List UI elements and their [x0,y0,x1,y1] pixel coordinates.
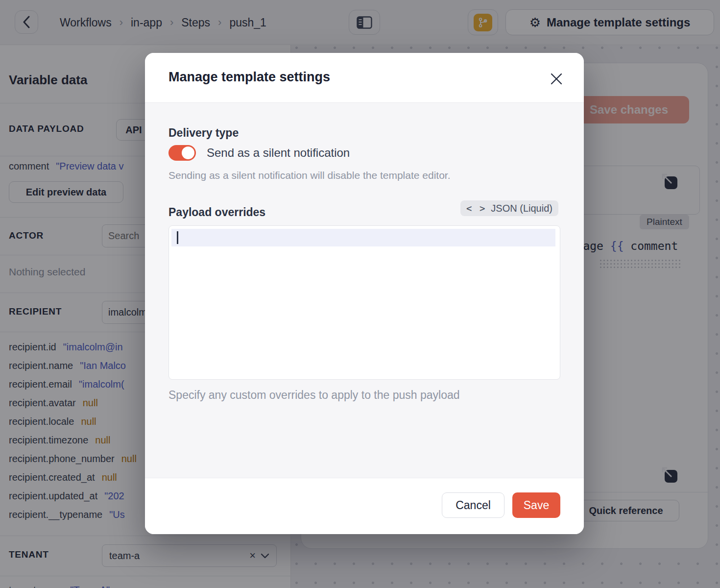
editor-active-line [171,229,555,246]
payload-overrides-heading: Payload overrides [168,206,265,219]
modal-title: Manage template settings [168,70,330,85]
app-window: Workflows › in-app › Steps › push_1 [0,0,720,588]
silent-notification-label: Send as a silent notification [207,146,350,160]
silent-notification-toggle[interactable] [168,145,196,161]
payload-overrides-editor[interactable] [168,225,560,380]
cancel-button[interactable]: Cancel [442,492,504,518]
delivery-type-helper: Sending as a silent notification will di… [168,170,451,181]
close-button[interactable] [546,68,567,90]
manage-template-settings-modal: Manage template settings Delivery type S… [145,53,584,534]
close-icon [550,73,563,85]
payload-overrides-helper: Specify any custom overrides to apply to… [168,389,460,402]
language-badge: < > JSON (Liquid) [460,200,558,216]
delivery-type-heading: Delivery type [168,126,239,140]
modal-footer: Cancel Save [145,478,584,534]
toggle-knob [182,147,194,159]
editor-caret [177,231,178,244]
silent-notification-row: Send as a silent notification [168,145,350,161]
code-icon: < > [466,203,486,214]
save-button[interactable]: Save [512,492,560,518]
language-badge-label: JSON (Liquid) [491,203,552,214]
modal-header: Manage template settings [145,53,584,103]
